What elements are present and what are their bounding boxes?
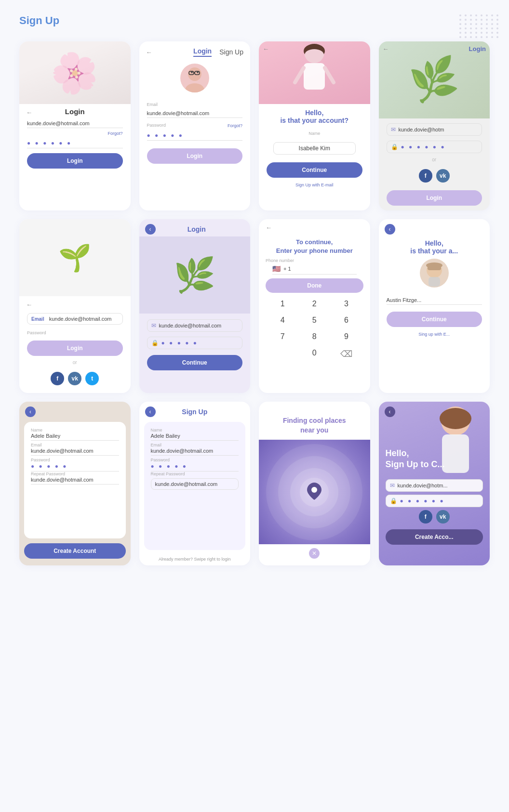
numpad: 1 2 3 4 5 6 7 8 9 0 ⌫ [259,295,370,366]
email-value-10: kunde.dovie@hotmail.com [151,448,239,456]
back-arrow-3[interactable]: ← [263,45,269,52]
login-button-1[interactable]: Login [27,153,123,169]
email-field-plant-login: ✉ kunde.dovie@hotmail.com [147,319,243,332]
name-value-9: Adele Bailey [31,433,119,441]
email-label-9: Email [31,443,119,447]
key-4[interactable]: 4 [268,314,296,327]
key-backspace[interactable]: ⌫ [332,347,360,361]
facebook-icon-2[interactable]: f [51,372,64,385]
leaf-image: 🌿 ← Login [379,41,490,118]
phone-label: Phone number [266,258,363,263]
signup-white-header: ‹ Sign Up [139,402,251,419]
card-signup-gray: ‹ Name Adele Bailey Email kunde.dovie@ho… [19,402,131,565]
map-image [259,440,370,544]
back-arrow-2[interactable]: ← [146,49,152,56]
signup-email-link-1[interactable]: Sign Up with E-mail [267,183,362,187]
key-0[interactable]: 0 [300,347,328,361]
hello-signup-form: ✉ kunde.dovie@hotm... 🔒 ● ● ● ● ● ● f vk… [379,475,490,548]
create-account-button-1[interactable]: Create Account [24,543,126,559]
forgot-link-2[interactable]: Forgot? [228,123,242,128]
repeat-label-9: Repeat Password [31,471,119,476]
flag-icon: 🇺🇸 [272,265,281,273]
signup-title-2: Sign Up [156,408,234,416]
hello-signup-text: Hello, Sign Up to C... [379,419,490,475]
facebook-icon-signup[interactable]: f [419,510,432,524]
card-plant-login: ‹ Login 🌿 ✉ kunde.dovie@hotmail.com 🔒 ● … [139,219,251,393]
key-2[interactable]: 2 [300,298,328,310]
map-pin [307,483,321,502]
plant-image-2: 🌿 [139,236,251,314]
create-account-button-2[interactable]: Create Acco... [386,529,483,545]
email-label-plant: Email [31,316,44,322]
key-5[interactable]: 5 [300,314,328,327]
name-partial: Austin Fitzge... [387,297,482,305]
password-field-plant-login: 🔒 ● ● ● ● ● [147,337,243,349]
key-3[interactable]: 3 [332,298,360,310]
email-value-9: kunde.dovie@hotmail.com [31,448,119,456]
login-button-2[interactable]: Login [147,148,243,164]
vk-icon-signup[interactable]: vk [436,510,450,524]
email-icon-partial: ✉ [391,126,396,133]
continue-button-1[interactable]: Continue [267,162,362,178]
cherry-image: 🌸 [19,41,131,104]
password-label-plant: Password [27,330,123,335]
tab-signup[interactable]: Sign Up [219,48,243,56]
vk-icon[interactable]: vk [436,169,450,183]
vk-icon-2[interactable]: vk [68,372,81,385]
svg-line-11 [295,68,304,82]
facebook-icon[interactable]: f [419,169,432,183]
key-8[interactable]: 8 [300,330,328,343]
signup-gray-form: Name Adele Bailey Email kunde.dovie@hotm… [24,422,126,538]
svg-rect-14 [429,277,440,287]
key-6[interactable]: 6 [332,314,360,327]
tab-login[interactable]: Login [193,47,212,57]
card-login-cherry: 🌸 ← Login kunde.dovie@hotmail.com Forgot… [19,41,131,210]
lock-icon-signup: 🔒 [390,498,397,504]
continue-partial[interactable]: Continue [387,312,482,327]
back-arrow-4[interactable]: ← [383,45,389,52]
key-7[interactable]: 7 [268,330,296,343]
password-label-10: Password [151,458,239,462]
continue-button-plant[interactable]: Continue [147,355,243,370]
key-1[interactable]: 1 [268,298,296,310]
login-title-plant: Login [160,225,234,233]
login-button-plant[interactable]: Login [27,341,123,356]
back-arrow-5[interactable]: ← [19,296,131,308]
email-field-plant: Email kunde.dovie@hotmail.com [27,313,123,325]
country-code: + 1 [283,266,291,272]
login-button-partial[interactable]: Login [387,190,482,206]
circle-back-9[interactable]: ‹ [25,406,36,417]
card-login-signup-tabs: ← Login Sign Up Email kunde.dovie@ho [139,41,251,210]
login-form-2: Email kunde.dovie@hotmail.com Password F… [139,97,251,210]
or-text-partial: or [387,157,482,162]
circle-back-12[interactable]: ‹ [385,406,395,417]
svg-line-12 [325,68,334,82]
login-title-1: Login [19,107,131,116]
close-btn-wrap: ✕ [259,544,370,565]
social-row-signup-partial: f vk [386,510,483,524]
circle-back-partial[interactable]: ‹ [385,224,395,235]
password-label-9: Password [31,458,119,462]
card-phone-entry: ← To continue, Enter your phone number P… [259,219,370,393]
login-partial-form: ✉ kunde.dovie@hotm 🔒 ● ● ● ● ● ● or f vk… [379,118,490,210]
name-value: Isabelle Kim [273,142,356,155]
circle-back-2[interactable]: ‹ [145,224,156,235]
hello-partial-text: Hello, is that your a... [379,239,490,255]
plant-form: Email kunde.dovie@hotmail.com Password L… [19,308,131,393]
twitter-icon-2[interactable]: t [85,372,99,385]
back-arrow-7[interactable]: ← [259,219,370,231]
close-button[interactable]: ✕ [309,548,320,559]
avatar [180,64,209,92]
svg-rect-10 [304,63,325,90]
plant-image-1: 🌱 [19,219,131,296]
phone-input-row[interactable]: 🇺🇸 + 1 [272,265,357,275]
email-value-2: kunde.dovie@hotmail.com [147,110,243,118]
key-9[interactable]: 9 [332,330,360,343]
done-button[interactable]: Done [266,278,363,293]
hello-form: Hello, is that your account? Name Isabel… [259,104,370,210]
forgot-link-1[interactable]: Forgot? [27,131,123,136]
signup-partial-link[interactable]: Sing up with E... [387,332,482,337]
circle-back-10[interactable]: ‹ [145,406,156,417]
svg-rect-16 [428,264,441,270]
email-label-10: Email [151,443,239,447]
